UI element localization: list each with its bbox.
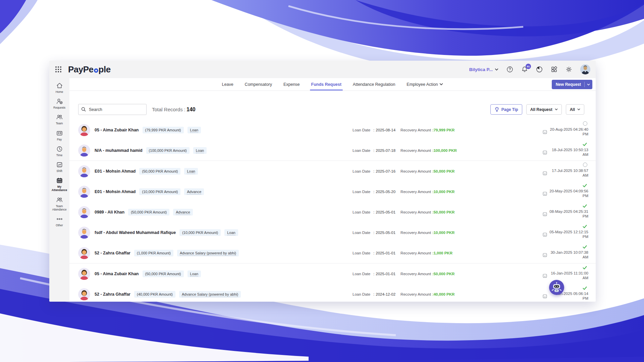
- employee-name: 05 - Aima Zubair Khan: [95, 128, 139, 132]
- calendar-icon: [543, 191, 547, 196]
- recovery-amount-value: 79,999 PKR: [434, 128, 455, 132]
- funds-request-row[interactable]: N/A - muhammad hamid (100,000 PKR Amount…: [78, 140, 589, 161]
- sidebar-item-my-attendance[interactable]: My Attendance: [50, 177, 69, 192]
- employee-name: 05 - Aima Zubair Khan: [95, 272, 139, 276]
- funds-request-row[interactable]: 05 - Aima Zubair Khan (79,999 PKR Amount…: [78, 120, 589, 140]
- request-type-chip[interactable]: Advance: [184, 188, 204, 195]
- tab-funds-request[interactable]: Funds Request: [311, 78, 341, 90]
- paypeople-logo[interactable]: PayPeple: [68, 64, 111, 75]
- funds-request-row[interactable]: 05 - Aima Zubair Khan (50,000 PKR Amount…: [78, 263, 589, 284]
- funds-request-row[interactable]: 52 - Zahra Ghaffar (40,000 PKR Amount) A…: [78, 284, 589, 304]
- person-check-icon: [56, 98, 63, 105]
- recovery-amount-value: 50,000 PKR: [434, 272, 455, 276]
- request-type-chip[interactable]: Loan: [187, 270, 201, 277]
- approved-check-icon: [582, 265, 587, 270]
- approved-check-icon: [582, 203, 587, 208]
- request-type-chip[interactable]: Advance: [173, 209, 193, 216]
- app-launcher-waffle-icon[interactable]: [55, 66, 62, 73]
- tab-leave[interactable]: Leave: [222, 78, 233, 90]
- request-timestamp: 16-Jan-2025 11:31:00 AM: [549, 271, 588, 281]
- sidebar-item-other[interactable]: Other: [50, 216, 69, 227]
- funds-request-row[interactable]: fsdf - Abdul Waheed Muhammad Rafique (10…: [78, 222, 589, 243]
- sidebar-item-time[interactable]: Time: [50, 145, 69, 157]
- calendar-icon: [543, 212, 547, 216]
- main-content: Leave Compensatory Expense Funds Request…: [69, 78, 596, 302]
- tab-expense[interactable]: Expense: [283, 78, 300, 90]
- tab-employee-action[interactable]: Employee Action: [407, 78, 443, 90]
- apps-grid-button[interactable]: [551, 66, 557, 73]
- loan-date-value: 2025-05-01: [376, 210, 395, 214]
- amount-chip: (50,000 PKR Amount): [128, 209, 169, 216]
- calendar-icon: [543, 253, 547, 257]
- robot-icon: [549, 280, 564, 295]
- amount-chip: (79,999 PKR Amount): [143, 127, 184, 133]
- employee-name: 52 - Zahra Ghaffar: [95, 292, 130, 297]
- amount-chip: (50,000 PKR Amount): [139, 168, 180, 175]
- theme-contrast-button[interactable]: [536, 66, 543, 73]
- funds-request-list: 05 - Aima Zubair Khan (79,999 PKR Amount…: [69, 120, 596, 304]
- sidebar-item-requests[interactable]: Requests: [50, 98, 69, 109]
- funds-request-row[interactable]: 0989 - Ali Khan (50,000 PKR Amount) Adva…: [78, 202, 589, 222]
- help-button[interactable]: [506, 66, 513, 73]
- calendar-icon: [543, 130, 547, 134]
- employee-name: fsdf - Abdul Waheed Muhammad Rafique: [95, 230, 176, 235]
- settings-gear-button[interactable]: [566, 66, 572, 73]
- sidebar-item-team[interactable]: Team: [50, 114, 69, 125]
- row-status-area: 16-Jan-2025 11:31:00 AM: [537, 265, 588, 281]
- request-type-chip[interactable]: Loan: [187, 127, 201, 133]
- amount-chip: (1,000 PKR Amount): [134, 250, 173, 256]
- loan-details: Loan Date : 2025-07-16 Recovery Amount :…: [353, 169, 454, 173]
- chatbot-launcher-button[interactable]: [549, 280, 564, 295]
- home-icon: [56, 82, 63, 89]
- tenant-switcher[interactable]: Bilytica P...: [469, 67, 498, 72]
- sidebar-item-team-attendance[interactable]: Team Attendance: [50, 196, 69, 211]
- row-status-area: 20-May-2025 04:09:56 PM: [537, 183, 588, 198]
- shift-board-icon: [56, 161, 63, 168]
- row-status-area: 17-Jul-2025 10:38:57 AM: [537, 163, 588, 178]
- chevron-down-icon: [439, 82, 443, 86]
- employee-name: 52 - Zahra Ghaffar: [95, 251, 130, 255]
- logo-text-2: ple: [99, 64, 111, 75]
- loan-details: Loan Date : 2025-07-18 Recovery Amount :…: [353, 148, 457, 153]
- search-input[interactable]: [78, 104, 147, 115]
- button-divider: [584, 82, 585, 87]
- amount-chip: (100,000 PKR Amount): [146, 147, 190, 154]
- page-tip-button[interactable]: Page Tip: [490, 104, 522, 115]
- tab-compensatory[interactable]: Compensatory: [245, 78, 272, 90]
- sidebar-item-home[interactable]: Home: [50, 82, 69, 94]
- loan-date-value: 2025-07-18: [376, 148, 395, 153]
- loan-date-value: 2025-05-01: [376, 231, 395, 235]
- request-type-chip[interactable]: Loan: [193, 147, 207, 154]
- tab-attendance-regulation[interactable]: Attendance Regulation: [353, 78, 395, 90]
- funds-request-row[interactable]: E01 - Mohsin Ahmad (50,000 PKR Amount) L…: [78, 161, 589, 181]
- chevron-down-icon: [587, 83, 590, 86]
- loan-date-value: 2025-01-01: [376, 251, 395, 255]
- request-timestamp: 05-May-2025 12:12:15 PM: [549, 230, 588, 239]
- search-icon: [81, 107, 86, 112]
- new-request-button[interactable]: New Request: [552, 80, 592, 89]
- sidebar-item-shift[interactable]: Shift: [50, 161, 69, 173]
- row-status-area: 08-May-2025 04:25:31 PM: [537, 203, 588, 219]
- request-type-chip[interactable]: Loan: [184, 168, 198, 175]
- recovery-amount-value: 10,000 PKR: [434, 231, 455, 235]
- request-type-filter[interactable]: All Request: [526, 104, 562, 115]
- calendar-icon: [543, 294, 547, 298]
- ellipsis-icon: [56, 216, 63, 223]
- approved-check-icon: [582, 183, 587, 188]
- funds-request-row[interactable]: 52 - Zahra Ghaffar (1,000 PKR Amount) Ad…: [78, 243, 589, 263]
- sidebar-item-pay[interactable]: Pay: [50, 130, 69, 141]
- scope-filter[interactable]: All: [566, 104, 584, 115]
- request-timestamp: 20-May-2025 04:09:56 PM: [549, 189, 588, 198]
- amount-chip: (10,000 PKR Amount): [179, 229, 221, 236]
- request-type-chip[interactable]: Advance Salary (powered by abhi): [177, 250, 239, 256]
- employee-avatar: [78, 206, 90, 218]
- request-timestamp: 17-Jul-2025 10:38:57 AM: [549, 168, 588, 178]
- loan-details: Loan Date : 2025-05-20 Recovery Amount :…: [353, 190, 454, 194]
- user-avatar[interactable]: [580, 64, 590, 74]
- pending-status-icon: [583, 121, 587, 126]
- request-type-chip[interactable]: Loan: [224, 229, 238, 236]
- request-type-chip[interactable]: Advance Salary (powered by abhi): [179, 291, 241, 298]
- request-timestamp: 30-Jan-2025 10:07:38 AM: [549, 250, 588, 260]
- notifications-button[interactable]: 91: [521, 66, 528, 73]
- funds-request-row[interactable]: E01 - Mohsin Ahmad (10,000 PKR Amount) A…: [78, 181, 589, 202]
